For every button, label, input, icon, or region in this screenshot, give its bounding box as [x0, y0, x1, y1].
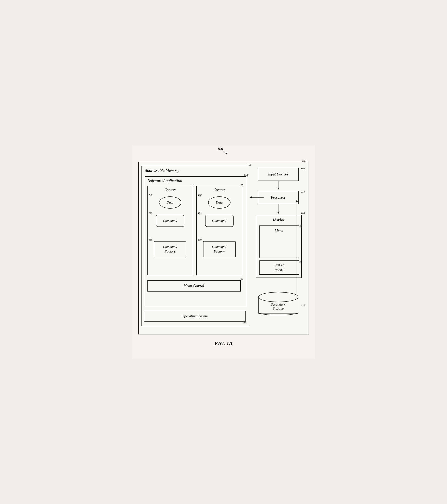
page-wrapper: 100 102 104 Addressable Memory 116 Softw… [132, 145, 315, 359]
box-102: 102 104 Addressable Memory 116 Software … [138, 162, 309, 334]
menu-text: Menu [275, 229, 283, 233]
label-122b: 122 [198, 212, 202, 215]
data-oval-2: Data [208, 196, 231, 209]
context1-label: Context [164, 188, 176, 192]
label-120b: 120 [198, 194, 202, 197]
command-factory-box-2: CommandFactory [203, 241, 236, 257]
command-factory-box-1: CommandFactory [154, 241, 186, 257]
label-116: 116 [244, 174, 248, 177]
context-box-2: 118 Context 120 Data 122 Command [196, 186, 242, 275]
label-118a: 118 [190, 183, 194, 187]
command-box-2: Command [205, 215, 233, 227]
label-110: 110 [301, 190, 305, 193]
context-box-1: 118 Context 120 Data 122 Command [147, 186, 193, 275]
label-130a: 130 [149, 238, 152, 241]
svg-marker-3 [277, 188, 279, 190]
menu-control-text: Menu Control [183, 284, 204, 288]
label-104: 104 [246, 163, 251, 167]
undo-redo-text: UNDOREDO [274, 263, 284, 272]
label-130b: 130 [198, 238, 202, 241]
input-devices-box: Input Devices [258, 168, 299, 181]
data1-text: Data [167, 200, 174, 204]
display-box: Display 132 Menu 134 UNDOREDO [256, 215, 302, 278]
arrow-input-processor [276, 181, 280, 191]
right-column: 106 Input Devices 110 Processor 1 [254, 166, 306, 320]
data-oval-1: Data [159, 196, 181, 209]
box-104-addressable-memory: 104 Addressable Memory 116 Software Appl… [142, 166, 249, 326]
command-box-1: Command [156, 215, 184, 227]
svg-text:Storage: Storage [273, 306, 284, 310]
label-118b: 118 [239, 183, 244, 187]
svg-text:Secondary: Secondary [271, 303, 286, 306]
svg-point-7 [258, 292, 298, 302]
processor-box: Processor [258, 191, 299, 204]
contexts-row: 118 Context 120 Data 122 Command [147, 186, 245, 275]
menu-box: Menu [259, 225, 299, 258]
label-120a: 120 [149, 194, 152, 197]
secondary-storage-svg: Secondary Storage [258, 291, 299, 315]
box-116-software-application: 116 Software Application 118 Context 120… [145, 176, 246, 306]
data2-text: Data [216, 200, 223, 204]
software-application-label: Software Application [148, 178, 182, 183]
undo-redo-box: UNDOREDO [259, 260, 299, 275]
arrow-processor-display [276, 204, 280, 215]
command1-text: Command [163, 219, 177, 223]
command2-text: Command [212, 219, 226, 223]
menu-control-box: Menu Control [147, 280, 241, 291]
label-112: 112 [301, 304, 305, 307]
label-106: 106 [301, 167, 305, 170]
svg-marker-11 [250, 196, 252, 198]
label-108: 108 [301, 212, 305, 215]
display-text: Display [273, 217, 284, 222]
operating-system-text: Operating System [181, 314, 208, 318]
addressable-memory-label: Addressable Memory [145, 168, 179, 173]
figure-label: FIG. 1A [215, 341, 233, 347]
processor-text: Processor [271, 195, 286, 200]
label-122a: 122 [149, 212, 152, 215]
input-devices-text: Input Devices [268, 172, 288, 177]
secondary-storage-container: Secondary Storage [258, 291, 299, 316]
command-factory2-text: CommandFactory [212, 245, 226, 253]
svg-marker-5 [277, 212, 279, 214]
arrow-100-svg [219, 148, 232, 156]
label-102: 102 [302, 159, 306, 163]
operating-system-box: Operating System [144, 311, 246, 322]
command-factory1-text: CommandFactory [163, 245, 177, 253]
context2-label: Context [214, 188, 225, 192]
